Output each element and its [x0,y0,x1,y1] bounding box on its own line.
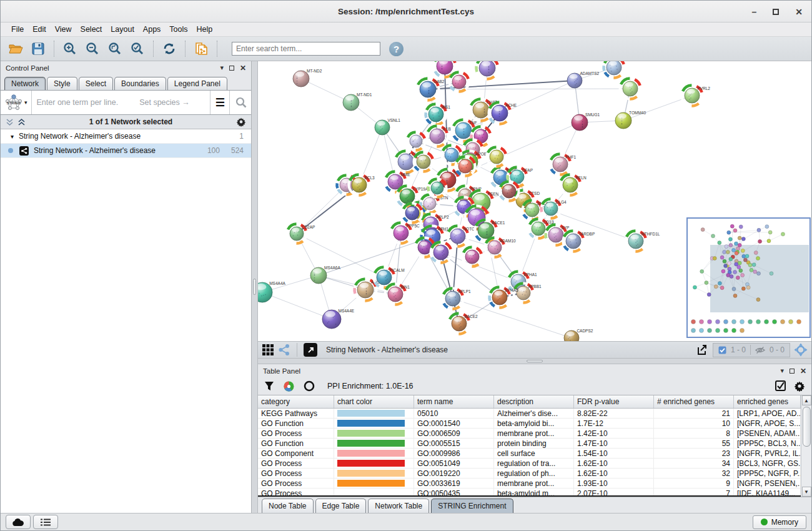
menu-apps[interactable]: Apps [139,24,166,35]
table-row[interactable]: GO ProcessGO:0019220regulation of ph...1… [258,469,801,479]
network-canvas[interactable]: MT-ND2MT-ND1VSNL1GAB2ADAMTS2PVRL2TOMM40S… [258,61,811,341]
table-settings-gear-icon[interactable] [794,380,805,392]
table-row[interactable]: GO ComponentGO:0009986cell surface1.54E-… [258,449,801,459]
panel-close-icon[interactable]: ✕ [240,64,246,72]
protein-node[interactable] [604,61,625,78]
detach-view-button[interactable] [304,343,317,357]
column-header-chart-color[interactable]: chart color [334,395,414,408]
protein-node[interactable]: BCL3 [349,175,375,196]
scroll-up-button[interactable]: ▲ [802,395,811,405]
protein-node[interactable]: CD2AP [287,224,315,244]
expand-all-icon[interactable] [17,118,26,126]
save-session-button[interactable] [28,39,48,58]
protein-node[interactable]: PPP5C [391,223,420,244]
selected-checkbox-icon[interactable] [718,346,726,354]
protein-node[interactable]: BACE2 [449,314,478,334]
horizontal-splitter[interactable] [258,359,811,364]
filter-icon[interactable] [264,381,274,392]
protein-node[interactable] [450,72,469,92]
column-header-term-name[interactable]: term name [414,395,494,408]
search-input[interactable] [232,42,380,56]
protein-node[interactable] [403,204,422,223]
tab-network-table[interactable]: Network Table [368,499,429,513]
scroll-down-button[interactable]: ▼ [802,487,811,497]
hidden-eye-icon[interactable] [755,346,765,354]
menu-edit[interactable]: Edit [28,24,51,35]
refresh-button[interactable] [159,39,179,58]
table-row[interactable]: GO ProcessGO:0050435beta-amyloid m...2.0… [258,489,801,497]
protein-node[interactable]: APBB1 [514,284,542,303]
string-search-icon[interactable] [235,96,247,109]
grid-view-icon[interactable] [262,344,274,356]
protein-node[interactable]: BIN1 [385,284,410,305]
protein-node[interactable] [456,157,475,176]
protein-node[interactable] [407,132,425,151]
string-query-input[interactable]: Enter one term per line. Set species → [31,91,205,114]
h-splitter-grip[interactable] [527,360,543,362]
vertical-splitter[interactable] [252,61,258,513]
table-panel-close-icon[interactable]: ✕ [800,367,806,375]
protein-node[interactable]: ADAM10 [485,238,517,257]
protein-node[interactable] [463,247,482,267]
tab-boundaries[interactable]: Boundaries [114,77,166,90]
menu-tools[interactable]: Tools [165,24,192,35]
protein-node[interactable]: APLP1 [443,289,472,309]
tab-select[interactable]: Select [79,77,113,90]
zoom-selected-button[interactable] [127,39,147,58]
tree-expand-caret[interactable]: ▾ [11,133,14,140]
splitter-grip[interactable] [253,279,256,295]
scroll-thumb[interactable] [803,407,811,447]
export-network-button[interactable] [695,343,709,357]
protein-node[interactable]: PVRL2 [682,86,711,106]
protein-node[interactable]: ADAMTS2 [567,71,599,88]
tab-edge-table[interactable]: Edge Table [315,499,367,513]
panel-float-icon[interactable] [229,66,234,71]
tab-legend-panel[interactable]: Legend Panel [167,77,227,90]
zoom-out-button[interactable] [82,39,102,58]
network-collection-row[interactable]: ▾ String Network - Alzheimer's disease 1 [1,129,251,144]
menu-layout[interactable]: Layout [106,24,139,35]
protein-node[interactable]: MS4A4A [258,281,286,302]
select-all-checkbox-icon[interactable] [775,380,786,392]
protein-node[interactable]: ACHE [489,102,517,124]
menu-view[interactable]: View [51,24,76,35]
string-logo[interactable]: STRING ▾ [4,94,31,111]
column-header-description[interactable]: description [494,395,574,408]
protein-node[interactable]: CADPS2 [564,329,593,341]
network-options-gear-icon[interactable] [236,117,246,127]
tab-style[interactable]: Style [47,77,77,90]
protein-node[interactable]: VSNL1 [375,118,400,135]
menu-file[interactable]: File [7,24,28,35]
protein-node[interactable]: RELN [560,175,587,196]
protein-node[interactable]: DLG4 [541,199,567,219]
ring-chart-icon[interactable] [304,380,315,392]
minimize-button[interactable]: – [751,7,756,17]
panel-menu-icon[interactable]: ▾ [220,64,224,72]
task-list-button[interactable] [33,515,58,529]
protein-node[interactable] [442,146,462,165]
tab-network[interactable]: Network [4,77,46,90]
birds-eye-view[interactable] [686,217,811,338]
table-panel-menu-icon[interactable]: ▾ [780,367,784,375]
help-button[interactable]: ? [389,42,404,56]
pan-crosshair-icon[interactable] [794,343,808,357]
protein-node[interactable]: MT-ND2 [293,69,322,87]
table-panel-float-icon[interactable] [790,369,795,374]
collapse-all-icon[interactable] [6,118,14,126]
menu-select[interactable]: Select [76,24,107,35]
tab-string-enrichment[interactable]: STRING Enrichment [431,499,513,513]
memory-button[interactable]: Memory [753,515,806,529]
protein-node[interactable]: MS4A4E [322,309,355,329]
zoom-fit-button[interactable] [105,39,125,58]
table-row[interactable]: GO ProcessGO:0051049regulation of tra...… [258,459,801,469]
table-row[interactable]: GO FunctionGO:0005515protein binding1.47… [258,439,801,449]
protein-node[interactable] [500,182,519,201]
table-row[interactable]: GO FunctionGO:0001540beta-amyloid bi...1… [258,419,801,429]
protein-node[interactable] [431,242,452,263]
string-species-hint[interactable]: Set species → [139,98,190,107]
column-header-category[interactable]: category [258,395,334,408]
protein-node[interactable]: MTHFD1L [626,231,660,252]
column-header--enriched-genes[interactable]: # enriched genes [654,395,734,408]
table-row[interactable]: GO ProcessGO:0033619membrane prot...1.93… [258,479,801,489]
zoom-in-button[interactable] [60,39,80,58]
